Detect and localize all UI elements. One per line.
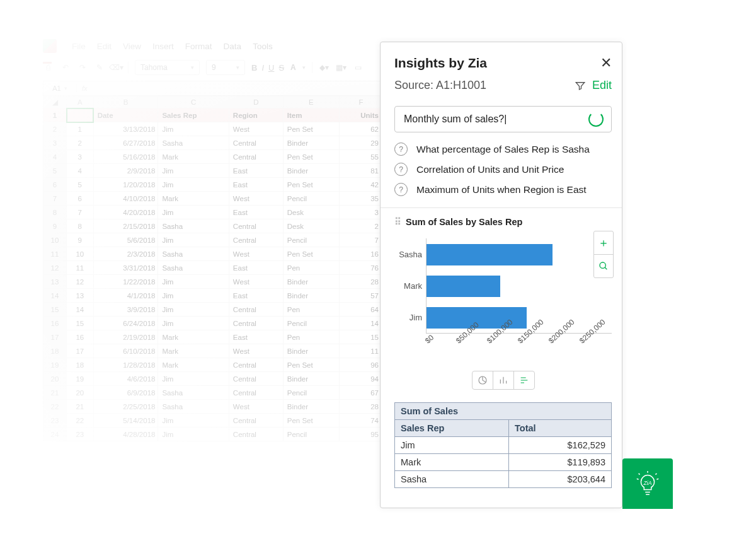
fill-color-icon[interactable]: ◆▾ (319, 62, 329, 73)
row-header[interactable]: 5 (43, 164, 67, 178)
cell[interactable]: Binder (283, 289, 339, 303)
font-size-select[interactable]: 9▾ (206, 60, 245, 75)
cell[interactable]: Sasha (158, 400, 229, 414)
cell[interactable]: Pen Set (283, 414, 339, 428)
cell[interactable]: Pencil (283, 428, 339, 441)
cell[interactable]: Central (229, 233, 283, 247)
bar-chart-icon[interactable] (514, 371, 534, 389)
cell[interactable]: West (229, 400, 283, 414)
text-color-button[interactable]: A (290, 63, 296, 72)
select-all-corner[interactable]: ◢ (43, 96, 67, 108)
cell[interactable]: 62 (339, 122, 382, 136)
cell[interactable]: Region (229, 108, 283, 122)
cell[interactable]: 3/13/2018 (93, 122, 158, 136)
cell[interactable]: 55 (339, 150, 382, 164)
cell[interactable]: 2/25/2018 (93, 400, 158, 414)
cell[interactable]: East (229, 330, 283, 344)
cell[interactable]: Binder (283, 164, 339, 178)
suggestion-item[interactable]: ?Correlation of Units and Unit Price (394, 163, 612, 176)
row-header[interactable]: 10 (43, 233, 67, 247)
cell[interactable]: 3/9/2018 (93, 303, 158, 317)
pie-chart-icon[interactable] (472, 371, 493, 389)
cell[interactable]: Jim (158, 233, 229, 247)
menu-edit[interactable]: Edit (97, 42, 112, 51)
cell[interactable]: 4/28/2018 (93, 428, 158, 441)
col-header[interactable]: E (283, 96, 339, 108)
cell[interactable]: 1/28/2018 (93, 358, 158, 372)
row-header[interactable]: 18 (43, 344, 67, 358)
cell[interactable]: 76 (339, 261, 382, 275)
cell[interactable]: 1 (67, 122, 94, 136)
cell[interactable]: Pen (283, 330, 339, 344)
suggestion-item[interactable]: ?What percentage of Sales Rep is Sasha (394, 143, 612, 156)
cell[interactable]: Binder (283, 275, 339, 289)
cell[interactable]: 3 (339, 206, 382, 219)
redo-icon[interactable]: ↷ (77, 62, 88, 73)
cell[interactable]: Desk (283, 219, 339, 233)
cell[interactable]: Jim (158, 428, 229, 441)
cell[interactable]: 4/1/2018 (93, 289, 158, 303)
clear-format-icon[interactable]: ⌫▾ (111, 62, 122, 73)
col-header[interactable]: D (229, 96, 283, 108)
cell[interactable]: 17 (67, 344, 94, 358)
cell[interactable]: Jim (158, 303, 229, 317)
cell[interactable]: Jim (158, 275, 229, 289)
cell[interactable]: 15 (67, 317, 94, 330)
cell[interactable]: 11 (67, 261, 94, 275)
cell[interactable]: Desk (283, 206, 339, 219)
row-header[interactable]: 15 (43, 303, 67, 317)
cell[interactable]: Pen (283, 261, 339, 275)
cell[interactable]: 16 (339, 247, 382, 261)
cell[interactable]: 16 (67, 330, 94, 344)
row-header[interactable]: 17 (43, 330, 67, 344)
cell[interactable]: 2/3/2018 (93, 247, 158, 261)
cell[interactable]: Central (229, 150, 283, 164)
ask-zia-input[interactable] (394, 106, 612, 132)
merge-icon[interactable]: ▭ (353, 62, 364, 73)
cell[interactable]: 6/10/2018 (93, 344, 158, 358)
undo-icon[interactable]: ↶ (60, 62, 71, 73)
row-header[interactable]: 16 (43, 317, 67, 330)
menu-insert[interactable]: Insert (152, 42, 174, 51)
cell[interactable]: 21 (67, 400, 94, 414)
cell[interactable]: Pen Set (283, 150, 339, 164)
suggestion-item[interactable]: ?Maximum of Units when Region is East (394, 183, 612, 196)
cell[interactable]: 96 (339, 358, 382, 372)
cell[interactable]: Pen Set (283, 122, 339, 136)
cell[interactable]: 3/31/2018 (93, 261, 158, 275)
row-header[interactable]: 20 (43, 372, 67, 386)
cell[interactable]: East (229, 261, 283, 275)
cell[interactable]: 9 (67, 233, 94, 247)
cell[interactable]: 1/22/2018 (93, 275, 158, 289)
cell[interactable]: Central (229, 317, 283, 330)
row-header[interactable]: 7 (43, 192, 67, 206)
strike-button[interactable]: S (278, 63, 284, 73)
italic-button[interactable]: I (261, 63, 264, 73)
cell[interactable]: Sasha (158, 247, 229, 261)
cell[interactable]: 12 (67, 275, 94, 289)
cell[interactable]: Pen Set (283, 178, 339, 192)
cell[interactable]: 7 (339, 233, 382, 247)
cell[interactable]: Pencil (283, 192, 339, 206)
cell[interactable]: Jim (158, 372, 229, 386)
cell[interactable]: Jim (158, 206, 229, 219)
row-header[interactable]: 19 (43, 358, 67, 372)
cell[interactable]: Item (283, 108, 339, 122)
cell[interactable]: Pen (283, 303, 339, 317)
cell[interactable]: West (229, 275, 283, 289)
cell[interactable]: Pencil (283, 233, 339, 247)
cell[interactable]: Binder (283, 400, 339, 414)
cell[interactable]: 2 (67, 136, 94, 150)
cell[interactable]: Units (339, 108, 382, 122)
row-header[interactable]: 8 (43, 206, 67, 219)
row-header[interactable]: 4 (43, 150, 67, 164)
drag-handle-icon[interactable]: ⠿ (394, 217, 400, 227)
cell[interactable]: Sasha (158, 136, 229, 150)
row-header[interactable]: 21 (43, 386, 67, 400)
column-chart-icon[interactable] (493, 371, 514, 389)
cell[interactable]: 8 (67, 219, 94, 233)
row-header[interactable]: 23 (43, 414, 67, 428)
cell[interactable]: Jim (158, 317, 229, 330)
close-icon[interactable]: ✕ (600, 55, 612, 71)
row-header[interactable]: 12 (43, 261, 67, 275)
